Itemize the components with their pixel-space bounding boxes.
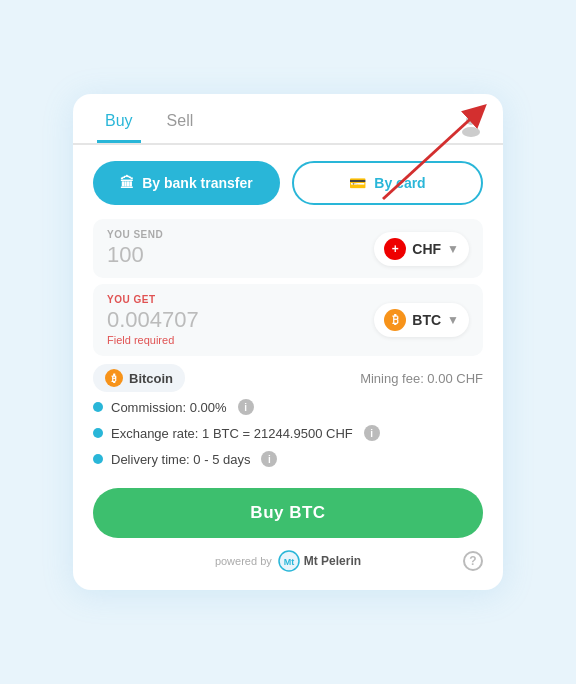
bank-transfer-button[interactable]: 🏛 By bank transfer xyxy=(93,161,280,205)
footer: powered by Mt Mt Pelerin ? xyxy=(73,546,503,572)
get-label: YOU GET xyxy=(107,294,199,305)
bitcoin-icon: ₿ xyxy=(105,369,123,387)
commission-item: Commission: 0.00% i xyxy=(93,396,483,418)
get-currency-selector[interactable]: ₿ BTC ▼ xyxy=(374,303,469,337)
send-currency-chevron: ▼ xyxy=(447,242,459,256)
card-icon: 💳 xyxy=(349,175,366,191)
svg-point-1 xyxy=(462,127,480,137)
crypto-tag[interactable]: ₿ Bitcoin xyxy=(93,364,185,392)
send-currency-label: CHF xyxy=(412,241,441,257)
commission-info-icon[interactable]: i xyxy=(238,399,254,415)
user-icon[interactable] xyxy=(457,110,485,142)
tabs-row: Buy Sell xyxy=(73,94,503,145)
help-icon[interactable]: ? xyxy=(463,551,483,571)
send-currency-selector[interactable]: + CHF ▼ xyxy=(374,232,469,266)
mining-fee-text: Mining fee: 0.00 CHF xyxy=(360,371,483,386)
svg-text:Mt: Mt xyxy=(284,557,295,567)
svg-point-0 xyxy=(466,115,476,125)
tab-sell[interactable]: Sell xyxy=(159,112,202,143)
btc-icon: ₿ xyxy=(384,309,406,331)
get-section: YOU GET 0.004707 Field required ₿ BTC ▼ xyxy=(93,284,483,356)
pelerin-logo: Mt Mt Pelerin xyxy=(278,550,361,572)
delivery-item: Delivery time: 0 - 5 days i xyxy=(93,448,483,470)
send-section: YOU SEND 100 + CHF ▼ xyxy=(93,219,483,278)
details-timeline: Commission: 0.00% i Exchange rate: 1 BTC… xyxy=(93,396,483,470)
user-svg xyxy=(457,110,485,138)
exchange-rate-info-icon[interactable]: i xyxy=(364,425,380,441)
field-required-text: Field required xyxy=(107,334,199,346)
bank-icon: 🏛 xyxy=(120,175,134,191)
send-label: YOU SEND xyxy=(107,229,163,240)
get-currency-label: BTC xyxy=(412,312,441,328)
main-card: Buy Sell 🏛 By bank xyxy=(73,94,503,590)
buy-btc-button[interactable]: Buy BTC xyxy=(93,488,483,538)
pelerin-icon-svg: Mt xyxy=(278,550,300,572)
timeline-dot-3 xyxy=(93,454,103,464)
card-button[interactable]: 💳 By card xyxy=(292,161,483,205)
send-value[interactable]: 100 xyxy=(107,242,163,268)
delivery-info-icon[interactable]: i xyxy=(261,451,277,467)
timeline-dot-2 xyxy=(93,428,103,438)
get-left: YOU GET 0.004707 Field required xyxy=(107,294,199,346)
exchange-rate-item: Exchange rate: 1 BTC = 21244.9500 CHF i xyxy=(93,422,483,444)
chf-icon: + xyxy=(384,238,406,260)
payment-row: 🏛 By bank transfer 💳 By card xyxy=(73,145,503,213)
crypto-row: ₿ Bitcoin Mining fee: 0.00 CHF xyxy=(93,364,483,392)
powered-by-text: powered by xyxy=(215,555,272,567)
get-value[interactable]: 0.004707 xyxy=(107,307,199,333)
tab-buy[interactable]: Buy xyxy=(97,112,141,143)
timeline-dot-1 xyxy=(93,402,103,412)
get-currency-chevron: ▼ xyxy=(447,313,459,327)
tabs-container: Buy Sell xyxy=(73,94,503,145)
pelerin-brand-text: Mt Pelerin xyxy=(304,554,361,568)
send-left: YOU SEND 100 xyxy=(107,229,163,268)
